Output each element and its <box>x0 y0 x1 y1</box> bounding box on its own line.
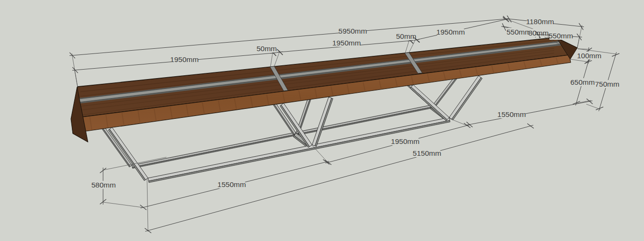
dimension-label-far-plank-width: 550mm <box>506 28 531 36</box>
dimension-label-base-left-offset: 580mm <box>91 181 116 189</box>
dimension-label-base-total-length: 5150mm <box>413 149 441 157</box>
dimension-label-left-gap: 50mm <box>256 45 277 53</box>
dimension-label-total-height: 750mm <box>595 80 619 88</box>
dimension-label-mid-section-length: 1950mm <box>332 39 361 47</box>
dimension-label-right-section-length: 1950mm <box>436 28 465 36</box>
dimension-label-clearance-height: 650mm <box>570 78 595 86</box>
dimension-label-left-section-length: 1950mm <box>170 55 199 63</box>
bench-3d-model: 5950mm1950mm50mm1950mm50mm1950mm1180mm55… <box>0 0 644 241</box>
dimension-label-total-length: 5950mm <box>339 27 367 35</box>
dimension-label-base-span-right: 1550mm <box>497 110 526 118</box>
dimension-label-total-width: 1180mm <box>526 18 554 26</box>
dimension-label-near-plank-width: 550mm <box>548 32 573 40</box>
dimension-label-top-thickness: 100mm <box>577 52 601 60</box>
dimension-label-mid-gap: 50mm <box>396 32 416 40</box>
dimension-label-base-span-left: 1550mm <box>218 180 246 188</box>
sketchup-viewport[interactable]: 5950mm1950mm50mm1950mm50mm1950mm1180mm55… <box>0 0 644 241</box>
dimension-label-base-span-mid: 1950mm <box>391 137 419 145</box>
